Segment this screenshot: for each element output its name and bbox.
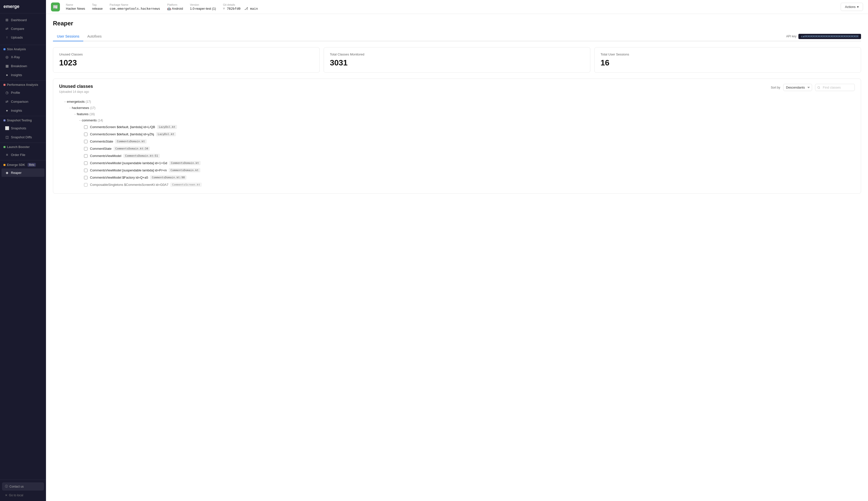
git-branch-icon: ⎇ xyxy=(244,7,250,10)
perf-dot xyxy=(3,84,6,86)
class-row: ComposableSingletons $CommentsScreenKt i… xyxy=(59,181,855,188)
tree-node-emergetools[interactable]: − emergetools (17) xyxy=(59,98,855,105)
api-key-label: API key xyxy=(786,34,796,38)
sdk-dot xyxy=(3,164,6,166)
sidebar-item-reaper[interactable]: ◈ Reaper xyxy=(1,168,44,177)
reaper-icon: ◈ xyxy=(5,171,9,175)
go-to-local-button[interactable]: ✕ Go to local xyxy=(2,492,44,499)
stat-card-monitored: Total Classes Monitored 3031 xyxy=(323,47,590,73)
order-file-icon: ≡ xyxy=(5,153,9,157)
unused-title: Unused classes xyxy=(59,84,93,89)
class-checkbox-1[interactable] xyxy=(84,132,88,136)
topbar-info: Name Hacker News Tag release Package Nam… xyxy=(66,3,835,10)
tab-autofixes[interactable]: Autofixes xyxy=(83,32,106,41)
topbar-name: Name Hacker News xyxy=(66,3,85,10)
stat-card-unused: Unused Classes 1023 xyxy=(53,47,320,73)
profile-icon: ◷ xyxy=(5,90,9,95)
external-link-icon: ✕ xyxy=(5,493,8,497)
xray-icon: ◎ xyxy=(5,55,9,59)
toggle-comments[interactable]: − xyxy=(79,119,81,122)
tab-user-sessions[interactable]: User Sessions xyxy=(53,32,83,41)
sidebar-item-xray[interactable]: ◎ X-Ray xyxy=(1,53,44,61)
topbar-package: Package Name com.emergetools.hackernews xyxy=(110,3,160,10)
class-checkbox-5[interactable] xyxy=(84,161,88,165)
size-analysis-dot xyxy=(3,48,6,50)
stat-label-unused: Unused Classes xyxy=(59,53,314,56)
launch-dot xyxy=(3,146,6,148)
topbar-tag: Tag release xyxy=(92,3,103,10)
stat-value-unused: 1023 xyxy=(59,58,314,67)
snapshot-dot xyxy=(3,119,6,121)
stat-card-sessions: Total User Sessions 16 xyxy=(594,47,861,73)
main-content: 📰 Name Hacker News Tag release Package N… xyxy=(46,0,868,501)
class-row: CommentsState CommentsDomain.kt xyxy=(59,138,855,145)
class-checkbox-2[interactable] xyxy=(84,140,88,143)
toggle-emergetools[interactable]: − xyxy=(64,100,66,104)
class-row: CommentsScreen $default, [lambda] id=yZf… xyxy=(59,131,855,138)
sidebar-item-insights-perf[interactable]: ● Insights xyxy=(1,106,44,115)
sidebar: emerge ⊞ Dashboard ⇄ Compare ↑ Uploads S… xyxy=(0,0,46,501)
sidebar-item-comparison[interactable]: ⇄ Comparison xyxy=(1,97,44,106)
emerge-sdk-category: Emerge SDK Beta xyxy=(0,161,46,168)
find-classes-input[interactable] xyxy=(815,84,855,91)
stat-value-monitored: 3031 xyxy=(330,58,584,67)
api-key-area: API key caXXXXXXXXXXXXXXXXXXXXXXXXXXXXXX… xyxy=(786,34,861,39)
app-icon: 📰 xyxy=(51,2,60,11)
sidebar-item-profile[interactable]: ◷ Profile xyxy=(1,88,44,97)
snapshots-icon: ⬜ xyxy=(5,126,9,130)
actions-chevron: ▾ xyxy=(857,5,859,9)
sidebar-bottom: ⓘ Contact us ✕ Go to local xyxy=(0,480,46,501)
snapshot-diffs-icon: ◫ xyxy=(5,135,9,139)
topbar-version: Version 1.0-reaper-test (1) xyxy=(190,3,216,10)
tree-node-features[interactable]: − features (16) xyxy=(59,111,855,117)
class-checkbox-0[interactable] xyxy=(84,125,88,129)
tabs-bar: User Sessions Autofixes API key caXXXXXX… xyxy=(53,32,861,41)
class-checkbox-8[interactable] xyxy=(84,183,88,186)
uploads-icon: ↑ xyxy=(5,35,9,39)
sidebar-item-insights-size[interactable]: ● Insights xyxy=(1,71,44,79)
sidebar-item-dashboard[interactable]: ⊞ Dashboard xyxy=(1,16,44,24)
sidebar-item-breakdown[interactable]: ▦ Breakdown xyxy=(1,62,44,70)
insights-size-icon: ● xyxy=(5,73,9,77)
platform-icon: 🤖 xyxy=(167,7,171,10)
api-key-value[interactable]: caXXXXXXXXXXXXXXXXXXXXXXXXXXXXXXXXX xyxy=(799,34,861,39)
launch-booster-category: Launch Booster xyxy=(0,144,46,150)
size-analysis-category: Size Analysis xyxy=(0,46,46,53)
tree-node-hackernews[interactable]: − hackernews (17) xyxy=(59,105,855,111)
topbar-platform: Platform 🤖 Android xyxy=(167,3,183,10)
class-row: CommentsScreen $default, [lambda] id=L/Q… xyxy=(59,124,855,131)
toggle-features[interactable]: − xyxy=(74,113,76,116)
dashboard-icon: ⊞ xyxy=(5,18,9,22)
class-tree: − emergetools (17) − hackernews (17) − f… xyxy=(59,98,855,188)
sidebar-logo: emerge xyxy=(0,0,46,13)
class-checkbox-7[interactable] xyxy=(84,176,88,179)
sidebar-item-snapshots[interactable]: ⬜ Snapshots xyxy=(1,124,44,132)
insights-perf-icon: ● xyxy=(5,108,9,113)
page-title: Reaper xyxy=(53,20,861,27)
compare-icon: ⇄ xyxy=(5,26,9,31)
sidebar-item-snapshot-diffs[interactable]: ◫ Snapshot Diffs xyxy=(1,133,44,141)
page-content: Reaper User Sessions Autofixes API key c… xyxy=(46,14,868,501)
comparison-icon: ⇄ xyxy=(5,99,9,104)
contact-us-button[interactable]: ⓘ Contact us xyxy=(2,482,44,491)
class-row: CommentsViewModel [suspendable lambda] i… xyxy=(59,167,855,174)
stat-value-sessions: 16 xyxy=(601,58,855,67)
git-commit-icon: ⑂ xyxy=(223,7,227,10)
contact-icon: ⓘ xyxy=(5,484,8,489)
stat-label-sessions: Total User Sessions xyxy=(601,53,855,56)
actions-button[interactable]: Actions ▾ xyxy=(840,3,863,11)
toggle-hackernews[interactable]: − xyxy=(69,106,71,110)
sort-select[interactable]: Descendants Alphabetical Package xyxy=(783,84,812,91)
snapshot-testing-category: Snapshot Testing xyxy=(0,117,46,124)
class-checkbox-3[interactable] xyxy=(84,147,88,150)
sidebar-item-order-file[interactable]: ≡ Order File xyxy=(1,150,44,159)
sidebar-item-uploads[interactable]: ↑ Uploads xyxy=(1,33,44,42)
class-checkbox-4[interactable] xyxy=(84,154,88,158)
tree-node-comments[interactable]: − comments (14) xyxy=(59,117,855,124)
class-row: CommentsViewModel CommentsDomain.kt:51 xyxy=(59,152,855,159)
sidebar-item-compare[interactable]: ⇄ Compare xyxy=(1,24,44,33)
unused-classes-section: Unused classes Uploaded 14 days ago Sort… xyxy=(53,78,861,193)
stats-row: Unused Classes 1023 Total Classes Monito… xyxy=(53,47,861,73)
class-checkbox-6[interactable] xyxy=(84,169,88,172)
unused-subtitle: Uploaded 14 days ago xyxy=(59,90,93,94)
